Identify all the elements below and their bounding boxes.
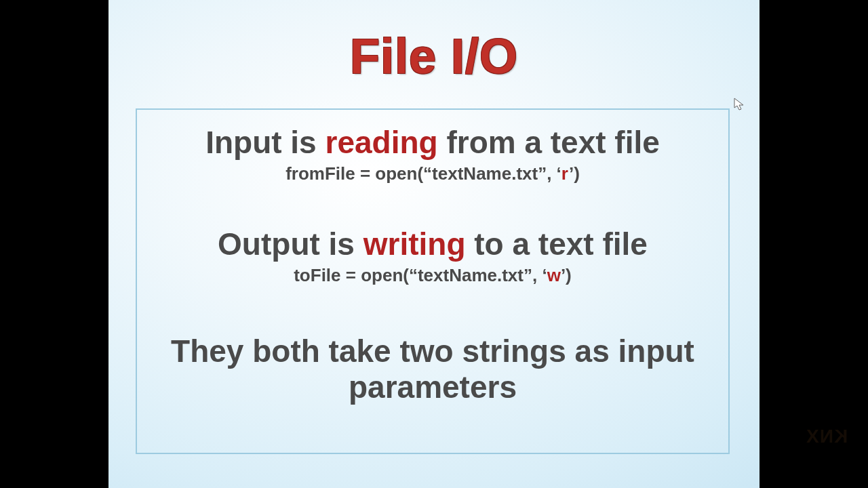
output-post: to a text file: [466, 226, 648, 262]
slide: File I/O Input is reading from a text fi…: [108, 0, 760, 488]
slide-title: File I/O: [108, 28, 760, 84]
input-code-hi: r: [561, 163, 569, 184]
footer-text: They both take two strings as input para…: [137, 333, 728, 405]
input-pre: Input is: [205, 125, 325, 160]
footer-section: They both take two strings as input para…: [137, 333, 728, 405]
input-section: Input is reading from a text file fromFi…: [137, 125, 728, 184]
input-code: fromFile = open(“textName.txt”, ‘r’): [137, 163, 728, 184]
output-code-hi: w: [547, 265, 561, 285]
content-box: Input is reading from a text file fromFi…: [136, 108, 730, 454]
output-code-post: ’): [561, 265, 572, 285]
output-code: toFile = open(“textName.txt”, ‘w’): [137, 265, 728, 286]
input-post: from a text file: [438, 125, 660, 160]
input-highlight: reading: [325, 125, 437, 160]
output-code-pre: toFile = open(“textName.txt”, ‘: [294, 265, 547, 285]
input-code-post: ’): [569, 163, 580, 184]
output-highlight: writing: [363, 226, 466, 262]
input-headline: Input is reading from a text file: [137, 125, 728, 161]
output-pre: Output is: [218, 226, 363, 262]
output-section: Output is writing to a text file toFile …: [137, 226, 728, 286]
watermark: KNX: [806, 426, 848, 447]
output-headline: Output is writing to a text file: [137, 226, 728, 262]
input-code-pre: fromFile = open(“textName.txt”, ‘: [285, 163, 561, 184]
